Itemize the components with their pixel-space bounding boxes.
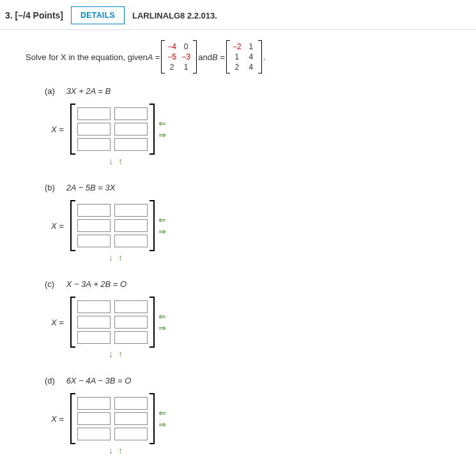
question-id: LARLINALG8 2.2.013. [132,11,217,20]
question-label: 3. [–/4 Points] [5,10,63,20]
part-equation: 2A − 5B = 3X [66,183,116,192]
add-col-icon[interactable]: ⇒ [158,227,166,236]
x-equals-label: X = [45,221,70,231]
part-label: (a) 3X + 2A = B [45,86,456,96]
matrix-cell-input[interactable] [114,107,148,120]
remove-col-icon[interactable]: ⇐ [158,215,166,224]
part-equation: 6X − 4A − 3B = O [66,376,132,385]
question-header: 3. [–/4 Points] DETAILS LARLINALG8 2.2.0… [0,0,476,30]
answer-matrix [70,104,155,155]
row-arrows: ↓ ↑ [109,252,456,263]
column-arrows: ⇐ ⇒ [158,119,166,139]
answer-matrix [70,200,155,251]
matrix-cell-input[interactable] [114,316,148,329]
matrix-cell-input[interactable] [77,138,111,151]
matrix-cell-input[interactable] [114,412,148,425]
b-label: B = [212,52,225,62]
part-label: (d) 6X − 4A − 3B = O [45,376,456,385]
prompt-line: Solve for X in the equation, given A = −… [26,40,456,74]
part-letter: (d) [45,376,64,385]
matrix-a: −4 −5 2 0 −3 1 [161,40,197,74]
matrix-cell-input[interactable] [114,123,148,136]
part-equation: X − 3A + 2B = O [66,279,127,289]
matrix-cell-input[interactable] [77,107,111,120]
and-label: and [198,52,212,62]
matrix-cell-input[interactable] [77,316,111,329]
part-label: (b) 2A − 5B = 3X [45,183,456,192]
matrix-cell-input[interactable] [114,219,148,232]
add-col-icon[interactable]: ⇒ [158,420,166,429]
remove-col-icon[interactable]: ⇐ [158,312,166,321]
remove-row-icon[interactable]: ↑ [118,252,124,263]
add-col-icon[interactable]: ⇒ [158,323,166,332]
part: (b) 2A − 5B = 3X X = ⇐ ⇒ [45,183,456,263]
answer-matrix [70,297,155,348]
x-equals-label: X = [45,125,70,134]
remove-col-icon[interactable]: ⇐ [158,119,166,128]
matrix-cell-input[interactable] [114,331,148,344]
remove-col-icon[interactable]: ⇐ [158,408,166,417]
part-letter: (c) [45,279,64,289]
details-button[interactable]: DETAILS [71,6,125,24]
matrix-cell-input[interactable] [77,235,111,247]
add-col-icon[interactable]: ⇒ [158,130,166,139]
add-row-icon[interactable]: ↓ [109,252,114,263]
matrix-cell-input[interactable] [77,123,111,136]
x-equals-label: X = [45,318,70,327]
matrix-cell-input[interactable] [114,235,148,247]
column-arrows: ⇐ ⇒ [158,215,166,236]
row-arrows: ↓ ↑ [109,349,456,359]
matrix-b: −2 1 2 1 4 4 [226,40,262,74]
column-arrows: ⇐ ⇒ [158,312,166,332]
answer-matrix [70,393,155,444]
matrix-cell-input[interactable] [114,300,148,313]
a-label: A = [148,52,160,62]
matrix-cell-input[interactable] [114,428,148,440]
add-row-icon[interactable]: ↓ [109,445,114,456]
x-equals-label: X = [45,414,70,424]
matrix-cell-input[interactable] [114,204,148,217]
column-arrows: ⇐ ⇒ [158,408,166,429]
matrix-cell-input[interactable] [114,138,148,151]
part-letter: (a) [45,86,64,96]
matrix-cell-input[interactable] [114,397,148,410]
matrix-cell-input[interactable] [77,219,111,232]
part-letter: (b) [45,183,64,192]
matrix-cell-input[interactable] [77,204,111,217]
prompt-lead: Solve for X in the equation, given [26,52,148,62]
add-row-icon[interactable]: ↓ [109,156,114,166]
answer-row: X = ⇐ ⇒ [45,393,456,444]
part: (c) X − 3A + 2B = O X = ⇐ ⇒ [45,279,456,359]
part: (a) 3X + 2A = B X = ⇐ ⇒ [45,86,456,166]
part-equation: 3X + 2A = B [66,86,111,96]
row-arrows: ↓ ↑ [109,445,456,456]
answer-row: X = ⇐ ⇒ [45,297,456,348]
matrix-cell-input[interactable] [77,397,111,410]
matrix-cell-input[interactable] [77,331,111,344]
row-arrows: ↓ ↑ [109,156,456,166]
part: (d) 6X − 4A − 3B = O X = ⇐ ⇒ [45,376,456,456]
add-row-icon[interactable]: ↓ [109,349,114,359]
matrix-cell-input[interactable] [77,412,111,425]
content-area: Solve for X in the equation, given A = −… [0,30,476,457]
matrix-cell-input[interactable] [77,300,111,313]
period: . [263,52,266,62]
part-label: (c) X − 3A + 2B = O [45,279,456,289]
answer-row: X = ⇐ ⇒ [45,200,456,251]
remove-row-icon[interactable]: ↑ [118,445,124,456]
remove-row-icon[interactable]: ↑ [118,156,124,166]
answer-row: X = ⇐ ⇒ [45,104,456,155]
remove-row-icon[interactable]: ↑ [118,349,124,359]
matrix-cell-input[interactable] [77,428,111,440]
